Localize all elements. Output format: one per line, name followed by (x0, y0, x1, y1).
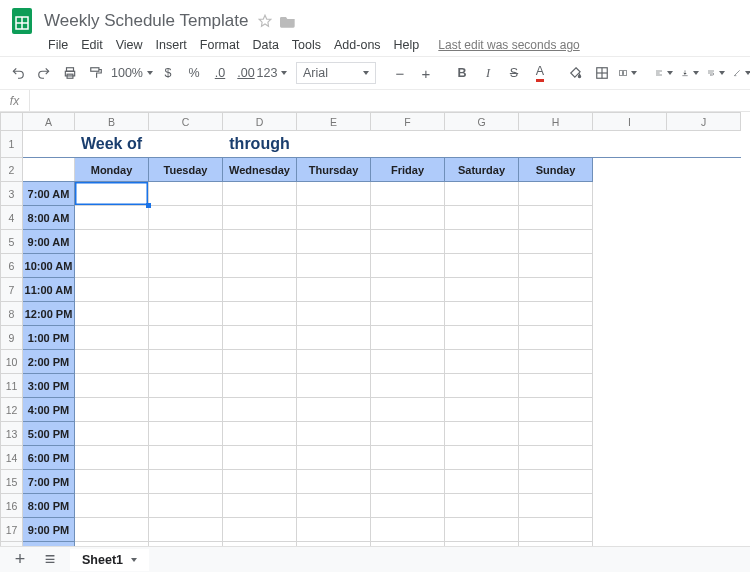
paint-format-button[interactable] (84, 61, 108, 85)
col-header[interactable]: D (223, 113, 297, 131)
number-format-button[interactable]: 123 (260, 61, 284, 85)
time-cell[interactable]: 1:00 PM (23, 326, 75, 350)
cell[interactable] (149, 182, 223, 206)
strike-button[interactable]: S (502, 61, 526, 85)
cell[interactable] (371, 230, 445, 254)
time-cell[interactable]: 4:00 PM (23, 398, 75, 422)
cell[interactable] (445, 350, 519, 374)
decrease-decimal-button[interactable]: .0 (208, 61, 232, 85)
cell[interactable] (149, 278, 223, 302)
dec-font-button[interactable]: − (388, 61, 412, 85)
text-color-button[interactable]: A (528, 61, 552, 85)
row-header[interactable]: 3 (1, 182, 23, 206)
cell[interactable] (445, 398, 519, 422)
time-cell[interactable]: 6:00 PM (23, 446, 75, 470)
time-cell[interactable]: 5:00 PM (23, 422, 75, 446)
row-header[interactable]: 9 (1, 326, 23, 350)
day-header[interactable]: Thursday (297, 158, 371, 182)
redo-button[interactable] (32, 61, 56, 85)
cell[interactable] (75, 398, 149, 422)
cell[interactable] (371, 470, 445, 494)
cell[interactable] (371, 446, 445, 470)
cell[interactable] (223, 326, 297, 350)
cell[interactable] (223, 350, 297, 374)
cell[interactable] (519, 302, 593, 326)
col-header[interactable]: B (75, 113, 149, 131)
cell[interactable] (223, 278, 297, 302)
cell[interactable] (149, 254, 223, 278)
cell[interactable] (75, 518, 149, 542)
cell[interactable] (445, 326, 519, 350)
menu-help[interactable]: Help (394, 38, 420, 52)
row-header[interactable]: 8 (1, 302, 23, 326)
row-header[interactable]: 7 (1, 278, 23, 302)
cell[interactable] (75, 278, 149, 302)
rotate-button[interactable] (730, 61, 750, 85)
v-align-button[interactable] (678, 61, 702, 85)
time-cell[interactable]: 8:00 AM (23, 206, 75, 230)
col-header[interactable]: H (519, 113, 593, 131)
star-icon[interactable] (258, 14, 272, 28)
cell[interactable] (519, 230, 593, 254)
menu-view[interactable]: View (116, 38, 143, 52)
cell[interactable] (75, 230, 149, 254)
format-currency-button[interactable]: $ (156, 61, 180, 85)
col-header[interactable]: J (667, 113, 741, 131)
cell[interactable] (75, 350, 149, 374)
cell[interactable] (445, 230, 519, 254)
cell[interactable] (445, 206, 519, 230)
menu-data[interactable]: Data (252, 38, 278, 52)
cell[interactable] (297, 254, 371, 278)
cell[interactable] (149, 470, 223, 494)
menu-insert[interactable]: Insert (156, 38, 187, 52)
row-header[interactable]: 13 (1, 422, 23, 446)
last-edit-text[interactable]: Last edit was seconds ago (438, 38, 579, 52)
h-align-button[interactable] (652, 61, 676, 85)
through-label[interactable]: through (223, 131, 297, 158)
cell[interactable] (75, 446, 149, 470)
cell[interactable] (149, 350, 223, 374)
cell[interactable] (297, 422, 371, 446)
cell[interactable] (445, 182, 519, 206)
time-cell[interactable]: 10:00 AM (23, 254, 75, 278)
all-sheets-button[interactable]: ≡ (40, 549, 60, 570)
select-all-cell[interactable] (1, 113, 23, 131)
cell[interactable] (297, 374, 371, 398)
merge-button[interactable] (616, 61, 640, 85)
cell[interactable] (519, 278, 593, 302)
row-header[interactable]: 5 (1, 230, 23, 254)
cell[interactable] (371, 254, 445, 278)
cell[interactable] (297, 494, 371, 518)
cell[interactable] (75, 182, 149, 206)
sheet-tab[interactable]: Sheet1 (70, 549, 149, 571)
day-header[interactable]: Friday (371, 158, 445, 182)
col-header[interactable]: E (297, 113, 371, 131)
cell[interactable] (149, 206, 223, 230)
cell[interactable] (519, 494, 593, 518)
cell[interactable] (445, 302, 519, 326)
col-header[interactable]: F (371, 113, 445, 131)
cell[interactable] (519, 326, 593, 350)
menu-tools[interactable]: Tools (292, 38, 321, 52)
time-cell[interactable]: 9:00 AM (23, 230, 75, 254)
cell[interactable] (223, 302, 297, 326)
row-header[interactable]: 4 (1, 206, 23, 230)
col-header[interactable]: G (445, 113, 519, 131)
row-header[interactable]: 17 (1, 518, 23, 542)
cell[interactable] (445, 278, 519, 302)
cell[interactable] (223, 422, 297, 446)
borders-button[interactable] (590, 61, 614, 85)
row-header[interactable]: 11 (1, 374, 23, 398)
row-header[interactable]: 16 (1, 494, 23, 518)
menu-format[interactable]: Format (200, 38, 240, 52)
cell[interactable] (519, 470, 593, 494)
cell[interactable] (297, 398, 371, 422)
menu-addons[interactable]: Add-ons (334, 38, 381, 52)
cell[interactable] (297, 230, 371, 254)
cell[interactable] (149, 374, 223, 398)
zoom-select[interactable]: 100% (120, 61, 144, 85)
cell[interactable] (75, 470, 149, 494)
cell[interactable] (149, 230, 223, 254)
cell[interactable] (445, 374, 519, 398)
time-cell[interactable]: 12:00 PM (23, 302, 75, 326)
